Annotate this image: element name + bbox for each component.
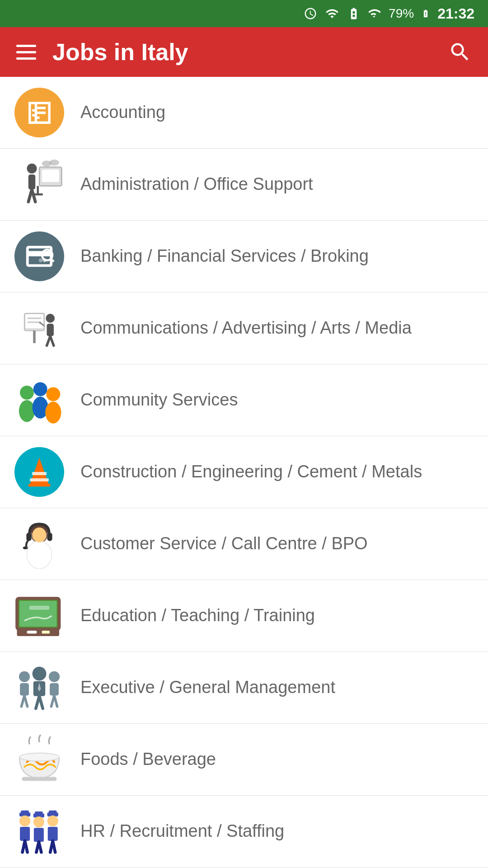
accounting-icon [14, 88, 64, 137]
search-icon [448, 40, 472, 64]
svg-rect-31 [30, 478, 49, 481]
svg-line-78 [53, 841, 56, 852]
svg-rect-32 [32, 472, 47, 475]
construction-icon [14, 447, 64, 497]
svg-point-59 [19, 753, 59, 761]
education-icon [14, 591, 64, 641]
communications-label: Communications / Advertising / Arts / Me… [80, 317, 412, 339]
svg-rect-66 [49, 811, 57, 814]
construction-label: Construction / Engineering / Cement / Me… [80, 461, 422, 483]
svg-point-67 [19, 816, 30, 826]
category-item-hr[interactable]: HR / Recruitment / Staffing [0, 796, 488, 868]
community-label: Community Services [80, 389, 238, 411]
svg-line-76 [39, 842, 42, 852]
svg-rect-37 [47, 533, 52, 541]
svg-rect-56 [50, 683, 59, 696]
toolbar: Jobs in Italy [0, 27, 488, 77]
svg-point-11 [39, 258, 43, 262]
svg-point-26 [33, 382, 47, 396]
svg-point-25 [19, 400, 35, 422]
svg-line-49 [39, 696, 43, 709]
svg-rect-60 [22, 777, 57, 781]
banking-label: Banking / Financial Services / Broking [80, 245, 369, 267]
svg-rect-41 [19, 601, 57, 627]
svg-rect-70 [20, 827, 30, 841]
svg-rect-72 [48, 827, 58, 841]
svg-line-22 [50, 336, 54, 346]
battery-icon [347, 7, 361, 20]
svg-line-3 [32, 189, 36, 202]
executive-label: Executive / General Management [80, 676, 335, 698]
category-item-communications[interactable]: Communications / Advertising / Arts / Me… [0, 292, 488, 364]
category-item-foods[interactable]: Foods / Beverage [0, 724, 488, 796]
accounting-label: Accounting [80, 101, 165, 123]
svg-point-51 [19, 671, 30, 682]
foods-label: Foods / Beverage [80, 748, 216, 770]
category-list: Accounting Administration / Office Suppo… [0, 77, 488, 868]
category-item-admin[interactable]: Administration / Office Support [0, 149, 488, 221]
svg-rect-20 [47, 324, 54, 336]
svg-rect-33 [28, 484, 51, 487]
svg-rect-62 [21, 811, 29, 814]
svg-point-0 [27, 164, 37, 174]
admin-label: Administration / Office Support [80, 173, 313, 195]
svg-rect-45 [42, 631, 50, 634]
svg-point-19 [46, 314, 55, 323]
search-button[interactable] [448, 40, 472, 64]
svg-point-38 [23, 547, 28, 550]
svg-rect-44 [27, 631, 37, 634]
customer-service-label: Customer Service / Call Centre / BPO [80, 533, 368, 555]
svg-line-58 [54, 696, 57, 707]
menu-button[interactable] [16, 45, 36, 60]
svg-point-55 [49, 671, 60, 682]
charging-icon [421, 7, 430, 20]
category-item-education[interactable]: Education / Teaching / Training [0, 580, 488, 652]
svg-rect-64 [35, 811, 43, 815]
svg-point-35 [27, 541, 52, 569]
svg-line-74 [25, 841, 28, 852]
alarm-icon [304, 7, 317, 20]
foods-icon [14, 735, 64, 784]
customer-service-icon [14, 519, 64, 569]
svg-rect-15 [25, 314, 43, 328]
svg-point-29 [45, 401, 61, 423]
executive-icon [14, 663, 64, 712]
svg-rect-1 [28, 175, 35, 189]
communications-icon [14, 303, 64, 353]
svg-rect-43 [17, 629, 60, 636]
svg-point-28 [46, 387, 60, 401]
svg-point-68 [33, 816, 44, 827]
svg-rect-42 [29, 606, 49, 610]
banking-icon [14, 231, 64, 281]
education-label: Education / Teaching / Training [80, 604, 315, 627]
category-item-community[interactable]: Community Services [0, 364, 488, 436]
time-display: 21:32 [437, 5, 474, 22]
svg-point-9 [49, 160, 59, 165]
admin-icon [14, 160, 64, 209]
category-item-executive[interactable]: Executive / General Management [0, 652, 488, 724]
svg-line-54 [24, 696, 28, 707]
category-item-customer-service[interactable]: Customer Service / Call Centre / BPO [0, 508, 488, 580]
category-item-construction[interactable]: Construction / Engineering / Cement / Me… [0, 436, 488, 508]
status-bar: 79% 21:32 [0, 0, 488, 27]
wifi-icon [324, 7, 340, 20]
category-item-banking[interactable]: Banking / Financial Services / Broking [0, 221, 488, 292]
signal-icon [368, 7, 381, 20]
svg-point-46 [33, 667, 47, 681]
svg-point-39 [33, 528, 47, 542]
svg-rect-71 [34, 828, 44, 842]
svg-point-69 [47, 816, 58, 826]
community-icon [14, 375, 64, 425]
hr-icon [14, 807, 64, 856]
svg-point-24 [20, 386, 34, 400]
svg-rect-5 [42, 170, 60, 182]
category-item-accounting[interactable]: Accounting [0, 77, 488, 149]
svg-rect-52 [20, 683, 29, 696]
page-title: Jobs in Italy [52, 38, 188, 66]
hr-label: HR / Recruitment / Staffing [80, 820, 284, 842]
battery-percent: 79% [389, 6, 414, 21]
